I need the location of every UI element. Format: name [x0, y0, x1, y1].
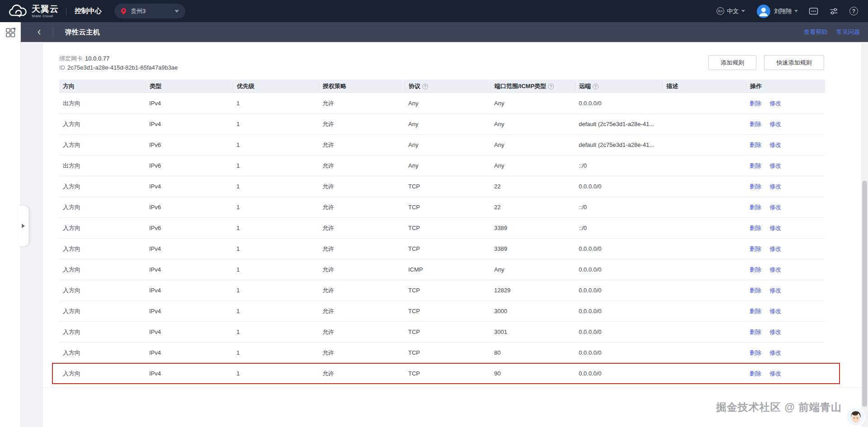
cell-priority: 1	[233, 121, 319, 127]
cell-remote: 0.0.0.0/0	[575, 100, 662, 107]
delete-link[interactable]: 删除	[750, 204, 761, 211]
apps-grid-icon[interactable]	[5, 27, 16, 38]
sidebar-expand-handle[interactable]	[18, 206, 28, 246]
cell-policy: 允许	[319, 183, 405, 191]
col-header-policy: 授权策略	[319, 82, 405, 90]
message-icon[interactable]	[809, 7, 818, 16]
cell-policy: 允许	[319, 266, 405, 274]
delete-link[interactable]: 删除	[750, 121, 761, 127]
table-header-row: 方向类型优先级授权策略协议?端口范围/ICMP类型?远端?描述操作	[59, 80, 825, 93]
modify-link[interactable]: 修改	[769, 245, 781, 252]
cell-actions: 删除修改	[746, 245, 825, 253]
cell-policy: 允许	[319, 370, 405, 378]
table-row: 入方向IPv41允许TCP33890.0.0.0/0删除修改	[59, 239, 825, 259]
modify-link[interactable]: 修改	[769, 370, 781, 377]
chevron-down-icon	[175, 10, 179, 13]
user-menu[interactable]: 刘翔翔	[757, 5, 798, 18]
cell-type: IPv6	[146, 162, 233, 169]
cell-priority: 1	[233, 308, 319, 314]
delete-link[interactable]: 删除	[750, 245, 761, 252]
cell-policy: 允许	[319, 141, 405, 149]
cell-remote: ::/0	[575, 225, 662, 231]
modify-link[interactable]: 修改	[769, 183, 781, 190]
cell-protocol: TCP	[405, 349, 491, 356]
modify-link[interactable]: 修改	[769, 225, 781, 231]
cell-priority: 1	[233, 141, 319, 148]
brand-logo[interactable]: 天翼云 State Cloud	[8, 5, 59, 18]
header-divider	[53, 28, 53, 37]
modify-link[interactable]: 修改	[769, 204, 781, 211]
cell-protocol: TCP	[405, 225, 491, 231]
cell-policy: 允许	[319, 203, 405, 211]
modify-link[interactable]: 修改	[769, 266, 781, 273]
cell-port_range: Any	[491, 162, 575, 169]
delete-link[interactable]: 删除	[750, 162, 761, 169]
help-icon[interactable]: ?	[849, 7, 858, 15]
topbar-divider	[66, 7, 66, 15]
modify-link[interactable]: 修改	[769, 287, 781, 294]
modify-link[interactable]: 修改	[769, 328, 781, 335]
modify-link[interactable]: 修改	[769, 349, 781, 356]
delete-link[interactable]: 删除	[750, 287, 761, 294]
view-help-link[interactable]: 查看帮助	[804, 28, 827, 36]
cell-priority: 1	[233, 328, 319, 335]
back-button[interactable]: ‹	[37, 26, 41, 38]
add-rule-button[interactable]: 添加规则	[708, 55, 756, 70]
column-help-icon[interactable]: ?	[548, 84, 554, 89]
vertical-scrollbar-thumb[interactable]	[862, 181, 867, 407]
delete-link[interactable]: 删除	[750, 266, 761, 273]
cell-port_range: 3389	[491, 245, 575, 252]
table-row: 入方向IPv41允许TCP128290.0.0.0/0删除修改	[59, 280, 825, 301]
cell-actions: 删除修改	[746, 307, 825, 315]
cell-policy: 允许	[319, 99, 405, 108]
delete-link[interactable]: 删除	[750, 308, 761, 314]
avatar	[757, 5, 770, 18]
table-row: 入方向IPv41允许ICMPAny0.0.0.0/0删除修改	[59, 259, 825, 280]
col-header-protocol: 协议?	[405, 82, 491, 90]
delete-link[interactable]: 删除	[750, 328, 761, 335]
delete-link[interactable]: 删除	[750, 225, 761, 231]
cell-priority: 1	[233, 245, 319, 252]
cell-port_range: 12829	[491, 287, 575, 294]
cell-protocol: Any	[405, 162, 491, 169]
delete-link[interactable]: 删除	[750, 370, 761, 377]
modify-link[interactable]: 修改	[769, 100, 781, 107]
console-center-link[interactable]: 控制中心	[75, 7, 102, 15]
cell-policy: 允许	[319, 328, 405, 336]
column-help-icon[interactable]: ?	[422, 84, 428, 89]
cell-actions: 删除修改	[746, 286, 825, 295]
settings-sliders-icon[interactable]	[829, 7, 839, 16]
modify-link[interactable]: 修改	[769, 121, 781, 127]
table-body: 出方向IPv41允许AnyAny0.0.0.0/0删除修改入方向IPv41允许A…	[59, 93, 825, 384]
delete-link[interactable]: 删除	[750, 100, 761, 107]
cell-direction: 入方向	[59, 203, 146, 211]
region-selector[interactable]: 贵州3	[114, 4, 185, 19]
cell-policy: 允许	[319, 245, 405, 253]
nic-label: 绑定网卡	[59, 55, 83, 62]
column-help-icon[interactable]: ?	[593, 84, 599, 89]
cell-direction: 入方向	[59, 286, 146, 295]
modify-link[interactable]: 修改	[769, 141, 781, 148]
rules-table: 方向类型优先级授权策略协议?端口范围/ICMP类型?远端?描述操作 出方向IPv…	[59, 80, 825, 384]
cell-actions: 删除修改	[746, 99, 825, 108]
cell-protocol: Any	[405, 121, 491, 127]
expand-arrow-icon	[22, 224, 25, 228]
language-switcher[interactable]: En 中文	[717, 7, 745, 15]
modify-link[interactable]: 修改	[769, 162, 781, 169]
faq-link[interactable]: 常见问题	[836, 28, 860, 36]
delete-link[interactable]: 删除	[750, 349, 761, 356]
cell-policy: 允许	[319, 224, 405, 232]
cell-protocol: TCP	[405, 183, 491, 190]
delete-link[interactable]: 删除	[750, 141, 761, 148]
cell-remote: 0.0.0.0/0	[575, 245, 662, 252]
cell-type: IPv4	[146, 121, 233, 127]
delete-link[interactable]: 删除	[750, 183, 761, 190]
modify-link[interactable]: 修改	[769, 308, 781, 314]
cell-policy: 允许	[319, 286, 405, 295]
cell-protocol: TCP	[405, 245, 491, 252]
cell-remote: 0.0.0.0/0	[575, 287, 662, 294]
cell-remote: 0.0.0.0/0	[575, 349, 662, 356]
cell-policy: 允许	[319, 162, 405, 170]
cell-type: IPv4	[146, 328, 233, 335]
quick-add-rule-button[interactable]: 快速添加规则	[764, 55, 824, 70]
